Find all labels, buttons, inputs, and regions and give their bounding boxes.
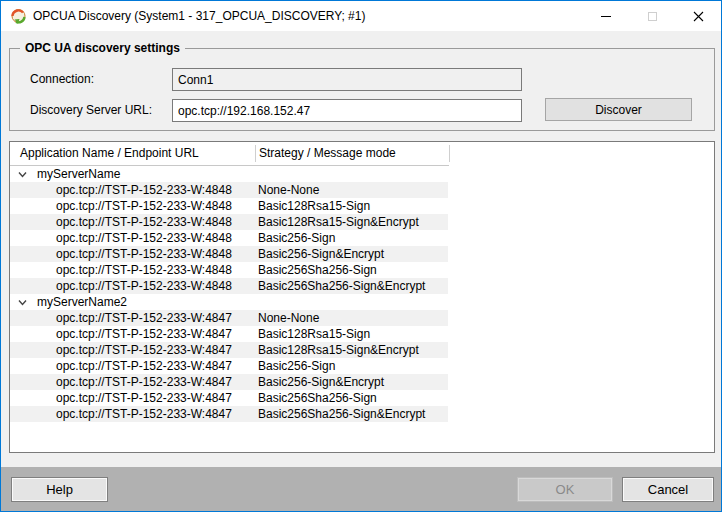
server-name: myServerName2 <box>37 294 127 310</box>
table-row[interactable]: opc.tcp://TST-P-152-233-W:4847Basic128Rs… <box>10 342 714 358</box>
table-header: Application Name / Endpoint URL Strategy… <box>10 142 714 166</box>
table-row[interactable]: opc.tcp://TST-P-152-233-W:4848Basic256-S… <box>10 246 714 262</box>
table-row[interactable]: opc.tcp://TST-P-152-233-W:4848Basic128Rs… <box>10 214 714 230</box>
close-button[interactable] <box>675 1 721 31</box>
table-row[interactable]: opc.tcp://TST-P-152-233-W:4847Basic128Rs… <box>10 326 714 342</box>
caption-buttons <box>583 1 721 31</box>
close-icon <box>693 11 704 22</box>
endpoints-table[interactable]: Application Name / Endpoint URL Strategy… <box>9 141 715 453</box>
strategy-mode: Basic128Rsa15-Sign&Encrypt <box>258 342 419 358</box>
chevron-down-icon[interactable] <box>18 166 27 172</box>
discovery-settings-group: OPC UA discovery settings Connection: Di… <box>9 48 715 131</box>
chevron-down-icon[interactable] <box>18 294 27 300</box>
strategy-mode: Basic128Rsa15-Sign&Encrypt <box>258 214 419 230</box>
strategy-mode: Basic256-Sign <box>258 358 335 374</box>
endpoint-url: opc.tcp://TST-P-152-233-W:4848 <box>56 278 232 294</box>
dialog-window: OPCUA Discovery (System1 - 317_OPCUA_DIS… <box>0 0 722 512</box>
column-header-strategy: Strategy / Message mode <box>259 142 396 165</box>
window-title: OPCUA Discovery (System1 - 317_OPCUA_DIS… <box>33 9 365 23</box>
title-bar: OPCUA Discovery (System1 - 317_OPCUA_DIS… <box>1 1 721 31</box>
endpoint-url: opc.tcp://TST-P-152-233-W:4848 <box>56 230 232 246</box>
endpoint-url: opc.tcp://TST-P-152-233-W:4847 <box>56 390 232 406</box>
column-header-application: Application Name / Endpoint URL <box>20 142 199 165</box>
table-row[interactable]: opc.tcp://TST-P-152-233-W:4848Basic256Sh… <box>10 262 714 278</box>
maximize-icon <box>648 12 657 21</box>
help-button[interactable]: Help <box>12 478 107 501</box>
table-row[interactable]: opc.tcp://TST-P-152-233-W:4848Basic256Sh… <box>10 278 714 294</box>
endpoint-url: opc.tcp://TST-P-152-233-W:4847 <box>56 358 232 374</box>
endpoint-url: opc.tcp://TST-P-152-233-W:4847 <box>56 406 232 422</box>
table-row[interactable]: opc.tcp://TST-P-152-233-W:4847None-None <box>10 310 714 326</box>
strategy-mode: Basic128Rsa15-Sign <box>258 198 370 214</box>
endpoint-url: opc.tcp://TST-P-152-233-W:4848 <box>56 246 232 262</box>
footer-bar: Help OK Cancel <box>1 467 721 511</box>
strategy-mode: Basic256-Sign&Encrypt <box>258 246 384 262</box>
server-name: myServerName <box>37 166 120 182</box>
table-row[interactable]: opc.tcp://TST-P-152-233-W:4847Basic256-S… <box>10 374 714 390</box>
strategy-mode: Basic256Sha256-Sign&Encrypt <box>258 278 425 294</box>
endpoint-url: opc.tcp://TST-P-152-233-W:4847 <box>56 310 232 326</box>
table-row[interactable]: opc.tcp://TST-P-152-233-W:4847Basic256Sh… <box>10 406 714 422</box>
table-row[interactable]: opc.tcp://TST-P-152-233-W:4848Basic256-S… <box>10 230 714 246</box>
endpoint-url: opc.tcp://TST-P-152-233-W:4847 <box>56 342 232 358</box>
table-row[interactable]: opc.tcp://TST-P-152-233-W:4848Basic128Rs… <box>10 198 714 214</box>
endpoint-url: opc.tcp://TST-P-152-233-W:4847 <box>56 374 232 390</box>
strategy-mode: Basic256-Sign&Encrypt <box>258 374 384 390</box>
connection-label: Connection: <box>30 68 94 91</box>
table-row[interactable]: opc.tcp://TST-P-152-233-W:4847Basic256-S… <box>10 358 714 374</box>
endpoint-url: opc.tcp://TST-P-152-233-W:4848 <box>56 214 232 230</box>
maximize-button[interactable] <box>629 1 675 31</box>
table-rows: myServerNameopc.tcp://TST-P-152-233-W:48… <box>10 166 714 422</box>
endpoint-url: opc.tcp://TST-P-152-233-W:4848 <box>56 262 232 278</box>
column-separator <box>255 145 256 162</box>
table-row[interactable]: myServerName <box>10 166 714 182</box>
strategy-mode: Basic256-Sign <box>258 230 335 246</box>
table-row[interactable]: opc.tcp://TST-P-152-233-W:4848None-None <box>10 182 714 198</box>
ok-button[interactable]: OK <box>518 478 612 501</box>
group-title: OPC UA discovery settings <box>20 41 185 55</box>
endpoint-url: opc.tcp://TST-P-152-233-W:4848 <box>56 198 232 214</box>
discovery-url-label: Discovery Server URL: <box>30 99 152 122</box>
app-icon <box>10 8 27 25</box>
minimize-button[interactable] <box>583 1 629 31</box>
strategy-mode: Basic256Sha256-Sign&Encrypt <box>258 406 425 422</box>
strategy-mode: None-None <box>258 182 319 198</box>
strategy-mode: Basic128Rsa15-Sign <box>258 326 370 342</box>
table-row[interactable]: opc.tcp://TST-P-152-233-W:4847Basic256Sh… <box>10 390 714 406</box>
strategy-mode: None-None <box>258 310 319 326</box>
discovery-url-input[interactable] <box>172 99 522 122</box>
table-row[interactable]: myServerName2 <box>10 294 714 310</box>
column-separator <box>449 145 450 162</box>
discover-button[interactable]: Discover <box>545 98 692 121</box>
strategy-mode: Basic256Sha256-Sign <box>258 390 377 406</box>
endpoint-url: opc.tcp://TST-P-152-233-W:4848 <box>56 182 232 198</box>
cancel-button[interactable]: Cancel <box>623 478 713 501</box>
connection-input[interactable] <box>172 68 522 91</box>
minimize-icon <box>601 16 611 17</box>
endpoint-url: opc.tcp://TST-P-152-233-W:4847 <box>56 326 232 342</box>
strategy-mode: Basic256Sha256-Sign <box>258 262 377 278</box>
